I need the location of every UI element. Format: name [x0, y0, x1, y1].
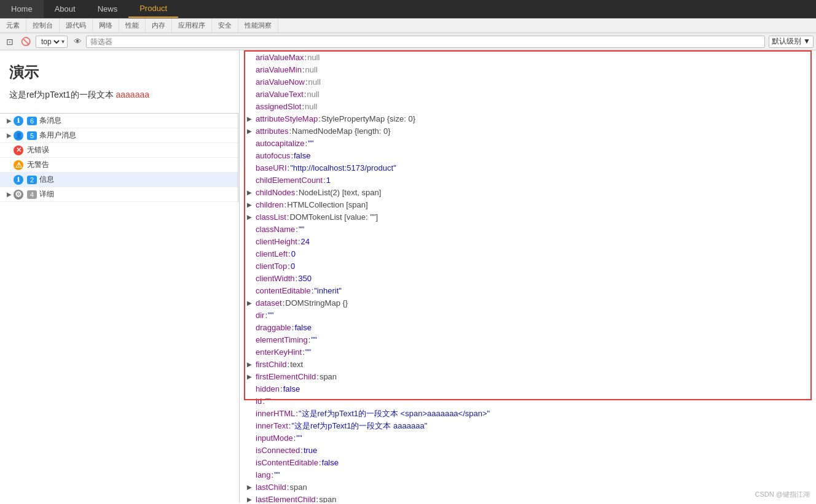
info-icon-info: ℹ	[14, 175, 23, 185]
expand-attributes[interactable]: ▶	[247, 126, 256, 137]
tab-sources[interactable]: 源代码	[60, 18, 93, 33]
expand-attributeStyleMap[interactable]: ▶	[247, 114, 256, 125]
props-container: ariaValueMax: null ariaValueMin: null ar…	[240, 50, 816, 503]
prop-className: className: ""	[240, 223, 816, 236]
page-title: 演示	[9, 63, 230, 82]
expand-firstChild[interactable]: ▶	[247, 359, 256, 370]
console-item-user-messages[interactable]: ▶ 👤 5 条用户消息	[0, 128, 238, 143]
prop-autofocus: autofocus: false	[240, 150, 816, 162]
expand-childNodes[interactable]: ▶	[247, 187, 256, 198]
tab-perf-insights[interactable]: 性能洞察	[238, 18, 278, 33]
nav-item-about[interactable]: About	[44, 0, 87, 18]
browser-window: Home About News Product 元素 控制台 源代码 网络 性能…	[0, 0, 816, 504]
prop-clientTop: clientTop: 0	[240, 260, 816, 273]
devtools-tabs: 元素 控制台 源代码 网络 性能 内存 应用程序 安全 性能洞察	[0, 18, 816, 33]
context-select[interactable]: top	[39, 37, 61, 47]
eye-button[interactable]: 👁	[70, 35, 85, 48]
expand-firstElementChild[interactable]: ▶	[247, 371, 256, 382]
user-icon: 👤	[14, 131, 23, 141]
console-item-info[interactable]: ▶ ℹ 2 信息	[0, 173, 238, 187]
prop-inputMode: inputMode: ""	[240, 432, 816, 444]
prop-isConnected: isConnected: true	[240, 444, 816, 457]
nav-item-product[interactable]: Product	[128, 0, 178, 18]
console-item-warnings[interactable]: ▶ ⚠ 无警告	[0, 158, 238, 173]
detail-icon: ⚙	[14, 190, 23, 200]
inspector-panel: ariaValueMax: null ariaValueMin: null ar…	[240, 50, 816, 503]
tab-memory[interactable]: 内存	[146, 18, 172, 33]
error-icon: ✕	[14, 145, 23, 155]
expand-lastElementChild[interactable]: ▶	[247, 494, 256, 503]
prop-baseURI: baseURI: "http://localhost:5173/product"	[240, 162, 816, 174]
console-item-verbose[interactable]: ▶ ⚙ 4 详细	[0, 187, 238, 202]
level-label[interactable]: 默认级别 ▼	[772, 36, 810, 47]
console-item-errors[interactable]: ▶ ✕ 无错误	[0, 143, 238, 158]
prop-id: id: ""	[240, 395, 816, 408]
page-text: 这是ref为pText1的一段文本 aaaaaaa	[9, 90, 230, 101]
prop-dataset[interactable]: ▶ dataset: DOMStringMap {}	[240, 297, 816, 309]
eye-icon: 👁	[74, 37, 82, 46]
messages-text: 条消息	[39, 115, 235, 126]
prop-attributeStyleMap[interactable]: ▶ attributeStyleMap: StylePropertyMap {s…	[240, 113, 816, 125]
prop-lastElementChild[interactable]: ▶ lastElementChild: span	[240, 494, 816, 503]
expand-arrow-user: ▶	[5, 131, 14, 140]
badge-messages: 6	[27, 117, 37, 125]
prop-ariaValueNow: ariaValueNow: null	[240, 76, 816, 88]
prop-elementTiming: elementTiming: ""	[240, 334, 816, 346]
prop-childElementCount: childElementCount: 1	[240, 174, 816, 187]
prop-innerHTML: innerHTML: "这是ref为pText1的一段文本 <span>aaaa…	[240, 408, 816, 420]
badge-info: 2	[27, 176, 37, 184]
tab-application[interactable]: 应用程序	[172, 18, 212, 33]
tab-performance[interactable]: 性能	[119, 18, 146, 33]
info-text: 信息	[39, 174, 235, 185]
prop-innerText: innerText: "这是ref为pText1的一段文本 aaaaaaa"	[240, 420, 816, 432]
prop-firstChild[interactable]: ▶ firstChild: text	[240, 359, 816, 371]
console-item-messages[interactable]: ▶ ℹ 6 条消息	[0, 114, 238, 128]
context-select-wrapper: top ▾	[36, 36, 68, 48]
prop-firstElementChild[interactable]: ▶ firstElementChild: span	[240, 371, 816, 383]
panel-toggle-icon: ⊡	[6, 37, 14, 47]
expand-lastChild[interactable]: ▶	[247, 482, 256, 493]
expand-dataset[interactable]: ▶	[247, 298, 256, 309]
expand-classList[interactable]: ▶	[247, 212, 256, 223]
prop-lang: lang: ""	[240, 469, 816, 481]
tab-elements[interactable]: 元素	[0, 18, 26, 33]
warnings-text: 无警告	[27, 160, 235, 170]
user-messages-text: 条用户消息	[39, 130, 235, 141]
console-list: ▶ ℹ 6 条消息 ▶ 👤 5 条用户消息 ▶ ✕ 无错误	[0, 113, 238, 202]
prop-ariaValueMax: ariaValueMax: null	[240, 52, 816, 64]
prop-childNodes[interactable]: ▶ childNodes: NodeList(2) [text, span]	[240, 187, 816, 199]
level-select-wrapper: 默认级别 ▼	[769, 36, 814, 48]
tab-network[interactable]: 网络	[93, 18, 119, 33]
tab-console[interactable]: 控制台	[26, 18, 60, 33]
page-panel: 演示 这是ref为pText1的一段文本 aaaaaaa ▶ ℹ 6 条消息 ▶…	[0, 50, 240, 503]
prop-contentEditable: contentEditable: "inherit"	[240, 285, 816, 297]
devtools-toolbar: ⊡ 🚫 top ▾ 👁 默认级别 ▼	[0, 33, 816, 50]
nav-item-home[interactable]: Home	[0, 0, 44, 18]
prop-enterKeyHint: enterKeyHint: ""	[240, 346, 816, 359]
filter-input[interactable]	[86, 36, 765, 48]
prop-dir: dir: ""	[240, 309, 816, 322]
nav-item-news[interactable]: News	[87, 0, 129, 18]
tab-security[interactable]: 安全	[212, 18, 238, 33]
prop-classList[interactable]: ▶ classList: DOMTokenList [value: ""]	[240, 211, 816, 223]
chevron-down-icon: ▾	[61, 38, 65, 45]
expand-arrow-verbose: ▶	[5, 190, 14, 199]
warn-icon: ⚠	[14, 160, 23, 170]
prop-lastChild[interactable]: ▶ lastChild: span	[240, 481, 816, 494]
prop-hidden: hidden: false	[240, 383, 816, 395]
prop-attributes[interactable]: ▶ attributes: NamedNodeMap {length: 0}	[240, 125, 816, 138]
prop-children[interactable]: ▶ children: HTMLCollection [span]	[240, 199, 816, 211]
block-button[interactable]: 🚫	[18, 35, 33, 48]
block-icon: 🚫	[21, 37, 31, 46]
badge-verbose: 4	[27, 190, 37, 199]
span-text: aaaaaaa	[116, 90, 149, 99]
panel-toggle-button[interactable]: ⊡	[2, 35, 17, 48]
top-nav: Home About News Product	[0, 0, 816, 18]
expand-arrow-messages: ▶	[5, 117, 14, 125]
errors-text: 无错误	[27, 145, 235, 155]
info-icon-messages: ℹ	[14, 116, 23, 126]
page-content: 演示 这是ref为pText1的一段文本 aaaaaaa	[0, 50, 239, 113]
expand-children[interactable]: ▶	[247, 200, 256, 211]
prop-clientLeft: clientLeft: 0	[240, 248, 816, 260]
prop-isContentEditable: isContentEditable: false	[240, 457, 816, 469]
